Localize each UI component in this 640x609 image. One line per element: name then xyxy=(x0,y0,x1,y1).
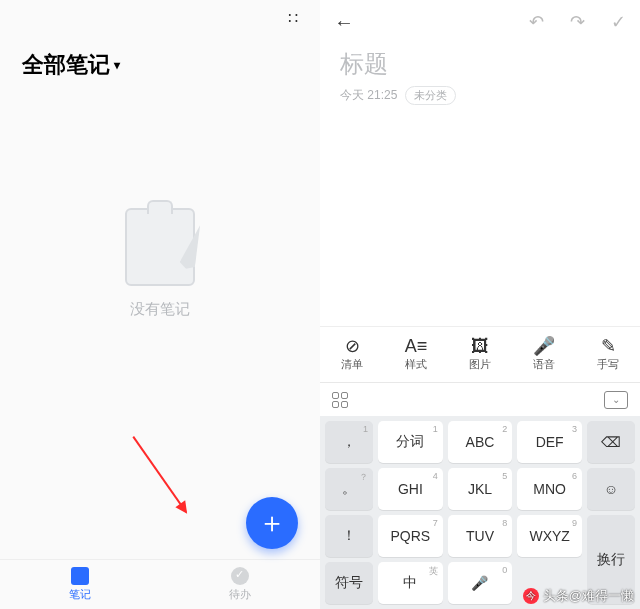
editor-toolbar: ⊘ 清单 A≡ 样式 🖼 图片 🎤 语音 ✎ 手写 xyxy=(320,326,640,382)
key-pqrs[interactable]: PQRS7 xyxy=(378,515,443,557)
key-tuv[interactable]: TUV8 xyxy=(448,515,513,557)
note-meta: 今天 21:25 未分类 xyxy=(320,82,640,109)
key-comma[interactable]: ，1 xyxy=(325,421,373,463)
watermark: 今 头条@难得一懒 xyxy=(523,587,634,605)
key-wxyz[interactable]: WXYZ9 xyxy=(517,515,582,557)
nav-notes[interactable]: 笔记 xyxy=(0,560,160,609)
key-period[interactable]: 。？ xyxy=(325,468,373,510)
key-abc[interactable]: ABC2 xyxy=(448,421,513,463)
tool-checklist[interactable]: ⊘ 清单 xyxy=(320,327,384,382)
key-backspace[interactable]: ⌫ xyxy=(587,421,635,463)
empty-state: 没有笔记 xyxy=(0,80,320,559)
note-category-tag[interactable]: 未分类 xyxy=(405,86,456,105)
key-def[interactable]: DEF3 xyxy=(517,421,582,463)
nav-notes-label: 笔记 xyxy=(69,587,91,602)
style-icon: A≡ xyxy=(405,337,428,355)
keyboard-toolbar: ⌄ xyxy=(320,382,640,416)
key-fenci[interactable]: 分词1 xyxy=(378,421,443,463)
empty-text: 没有笔记 xyxy=(130,300,190,319)
tool-voice[interactable]: 🎤 语音 xyxy=(512,327,576,382)
key-ghi[interactable]: GHI4 xyxy=(378,468,443,510)
bottom-nav: 笔记 待办 xyxy=(0,559,320,609)
pen-icon: ✎ xyxy=(601,337,616,355)
key-space-mic[interactable]: 🎤0 xyxy=(448,562,513,604)
key-exclaim[interactable]: ！ xyxy=(325,515,373,557)
keyboard: ，1 分词1 ABC2 DEF3 ⌫ 。？ GHI4 JKL5 MNO6 ☺ ！… xyxy=(320,416,640,609)
hide-keyboard-icon[interactable]: ⌄ xyxy=(604,391,628,409)
clipboard-icon xyxy=(125,200,195,286)
backspace-icon: ⌫ xyxy=(601,434,621,450)
checklist-icon: ⊘ xyxy=(345,337,360,355)
mic-icon: 🎤 xyxy=(533,337,555,355)
redo-icon[interactable]: ↷ xyxy=(570,11,585,33)
notes-filter-dropdown[interactable]: 全部笔记 ▾ xyxy=(0,36,320,80)
note-body-input[interactable] xyxy=(320,109,640,326)
chevron-down-icon: ▾ xyxy=(114,58,120,72)
toutiao-logo-icon: 今 xyxy=(523,588,539,604)
tool-style[interactable]: A≡ 样式 xyxy=(384,327,448,382)
back-icon[interactable]: ← xyxy=(334,11,354,34)
notes-filter-label: 全部笔记 xyxy=(22,50,110,80)
key-lang[interactable]: 中英 xyxy=(378,562,443,604)
top-bar: ∷ xyxy=(0,0,320,36)
nav-todo-label: 待办 xyxy=(229,587,251,602)
confirm-icon[interactable]: ✓ xyxy=(611,11,626,33)
key-emoji[interactable]: ☺ xyxy=(587,468,635,510)
todo-icon xyxy=(231,567,249,585)
notes-icon xyxy=(71,567,89,585)
mic-small-icon: 🎤 xyxy=(471,575,488,591)
image-icon: 🖼 xyxy=(471,337,489,355)
tool-handwrite[interactable]: ✎ 手写 xyxy=(576,327,640,382)
keyboard-apps-icon[interactable] xyxy=(332,392,348,408)
menu-grid-icon[interactable]: ∷ xyxy=(288,9,300,28)
notes-list-screen: ∷ 全部笔记 ▾ 没有笔记 ＋ 笔记 待办 xyxy=(0,0,320,609)
key-jkl[interactable]: JKL5 xyxy=(448,468,513,510)
editor-top-bar: ← ↶ ↷ ✓ xyxy=(320,0,640,44)
title-input[interactable]: 标题 xyxy=(320,44,640,82)
note-editor-screen: ← ↶ ↷ ✓ 标题 今天 21:25 未分类 ⊘ 清单 A≡ 样式 🖼 图片 … xyxy=(320,0,640,609)
undo-icon[interactable]: ↶ xyxy=(529,11,544,33)
watermark-text: 头条@难得一懒 xyxy=(543,587,634,605)
plus-icon: ＋ xyxy=(258,504,286,542)
add-note-button[interactable]: ＋ xyxy=(246,497,298,549)
tool-image[interactable]: 🖼 图片 xyxy=(448,327,512,382)
note-timestamp: 今天 21:25 xyxy=(340,87,397,104)
key-mno[interactable]: MNO6 xyxy=(517,468,582,510)
emoji-icon: ☺ xyxy=(604,481,618,497)
nav-todo[interactable]: 待办 xyxy=(160,560,320,609)
key-symbols[interactable]: 符号 xyxy=(325,562,373,604)
